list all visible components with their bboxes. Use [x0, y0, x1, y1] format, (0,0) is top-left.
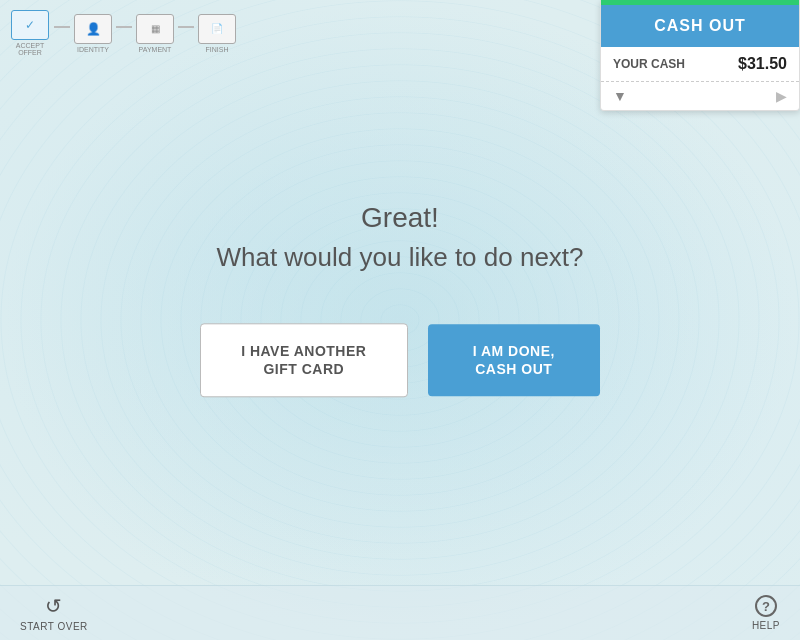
cash-info: YOUR CASH $31.50 [601, 47, 799, 82]
start-over-icon: ↺ [45, 594, 62, 618]
step-offer-box: ✓ [11, 10, 49, 40]
i-am-done-cash-out-button[interactable]: I AM DONE, CASH OUT [428, 324, 600, 396]
step-identity-box: 👤 [74, 14, 112, 44]
help-icon: ? [755, 595, 777, 617]
have-another-gift-card-button[interactable]: I HAVE ANOTHER GIFT CARD [200, 323, 408, 397]
greeting-text: Great! [200, 202, 600, 234]
step-offer-label: ACCEPT OFFER [10, 42, 50, 56]
check-icon: ✓ [25, 18, 35, 32]
step-payment-box: ▦ [136, 14, 174, 44]
progress-bar: ✓ ACCEPT OFFER 👤 IDENTITY ▦ PAYMENT 📄 FI… [10, 10, 236, 56]
start-over-label: START OVER [20, 621, 88, 632]
step-connector-2 [116, 26, 132, 28]
step-payment-label: PAYMENT [139, 46, 172, 53]
main-content: Great! What would you like to do next? I… [200, 202, 600, 397]
bottom-bar: ↺ START OVER ? HELP [0, 585, 800, 640]
cash-amount: $31.50 [738, 55, 787, 73]
step-finish-label: FINISH [206, 46, 229, 53]
question-text: What would you like to do next? [200, 242, 600, 273]
your-cash-label: YOUR CASH [613, 57, 685, 71]
help-button[interactable]: ? HELP [752, 595, 780, 631]
step-connector-3 [178, 26, 194, 28]
start-over-button[interactable]: ↺ START OVER [20, 594, 88, 632]
help-label: HELP [752, 620, 780, 631]
step-finish-box: 📄 [198, 14, 236, 44]
action-buttons: I HAVE ANOTHER GIFT CARD I AM DONE, CASH… [200, 323, 600, 397]
step-payment: ▦ PAYMENT [136, 14, 174, 53]
step-finish: 📄 FINISH [198, 14, 236, 53]
step-connector-1 [54, 26, 70, 28]
cash-row: YOUR CASH $31.50 [613, 55, 787, 73]
cashout-button[interactable]: CASH OUT [601, 5, 799, 47]
cashout-panel: CASH OUT YOUR CASH $31.50 ▼ ▶ [600, 0, 800, 111]
chevron-down-icon: ▼ [613, 88, 627, 104]
step-offer: ✓ ACCEPT OFFER [10, 10, 50, 56]
step-identity-label: IDENTITY [77, 46, 109, 53]
step-identity: 👤 IDENTITY [74, 14, 112, 53]
cashout-dropdown[interactable]: ▼ ▶ [601, 82, 799, 110]
dropdown-arrow-icon: ▶ [776, 88, 787, 104]
